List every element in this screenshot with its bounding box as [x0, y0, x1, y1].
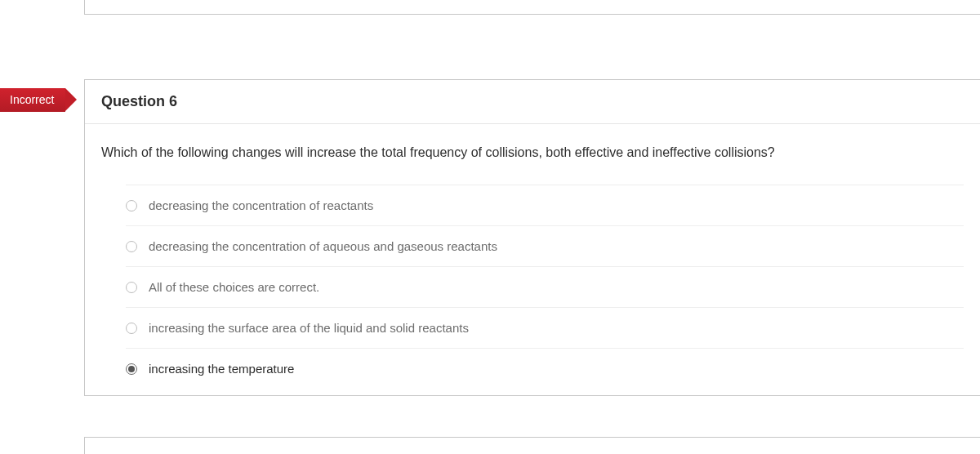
option-row[interactable]: increasing the surface area of the liqui… [126, 307, 964, 348]
radio-icon[interactable] [126, 200, 137, 211]
question-header: Question 6 [85, 80, 980, 124]
next-question-top [84, 437, 980, 454]
option-label: increasing the temperature [149, 362, 294, 376]
question-container: Question 6 Which of the following change… [84, 79, 980, 396]
option-label: All of these choices are correct. [149, 280, 319, 294]
radio-icon[interactable] [126, 363, 137, 375]
option-row[interactable]: increasing the temperature [126, 348, 964, 395]
option-label: decreasing the concentration of aqueous … [149, 239, 497, 253]
option-row[interactable]: All of these choices are correct. [126, 266, 964, 307]
radio-icon[interactable] [126, 323, 137, 334]
option-label: increasing the surface area of the liqui… [149, 321, 469, 335]
previous-question-bottom [84, 0, 980, 15]
status-badge: Incorrect [0, 88, 65, 112]
radio-icon[interactable] [126, 282, 137, 293]
question-text: Which of the following changes will incr… [101, 144, 964, 162]
status-text: Incorrect [10, 93, 54, 106]
option-label: decreasing the concentration of reactant… [149, 198, 373, 212]
option-row[interactable]: decreasing the concentration of aqueous … [126, 225, 964, 266]
question-title: Question 6 [101, 93, 964, 110]
options-list: decreasing the concentration of reactant… [101, 185, 964, 395]
question-body: Which of the following changes will incr… [85, 124, 980, 395]
radio-icon[interactable] [126, 241, 137, 252]
option-row[interactable]: decreasing the concentration of reactant… [126, 185, 964, 225]
